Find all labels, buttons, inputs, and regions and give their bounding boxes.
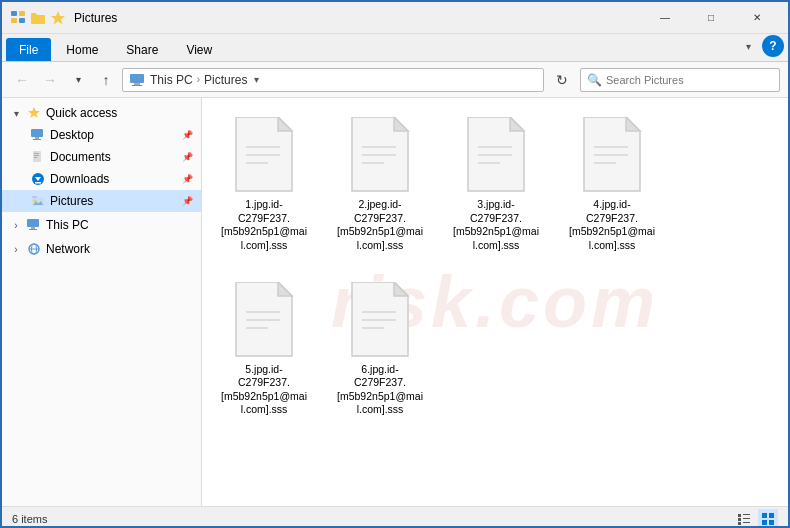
maximize-button[interactable]: □	[688, 2, 734, 34]
back-button[interactable]: ←	[10, 68, 34, 92]
dropdown-button[interactable]: ▾	[66, 68, 90, 92]
svg-rect-62	[743, 518, 750, 519]
status-bar: 6 items	[2, 506, 788, 528]
svg-rect-5	[130, 74, 144, 83]
sidebar-item-downloads[interactable]: Downloads 📌	[2, 168, 201, 190]
network-section: › Network	[2, 238, 201, 260]
quick-access-icon	[10, 10, 26, 26]
path-this-pc[interactable]: This PC	[150, 73, 193, 87]
file-name-5: 5.jpg.id-C279F237.[m5b92n5p1@mail.com].s…	[220, 363, 308, 418]
path-pictures[interactable]: Pictures	[204, 73, 247, 87]
file-name-1: 1.jpg.id-C279F237.[m5b92n5p1@mail.com].s…	[220, 198, 308, 253]
toggle-network: ›	[10, 244, 22, 255]
svg-marker-4	[51, 11, 65, 25]
sidebar-network-label: Network	[46, 242, 193, 256]
this-pc-sidebar-icon	[26, 217, 42, 233]
minimize-button[interactable]: —	[642, 2, 688, 34]
pin-icon-downloads: 📌	[182, 174, 193, 184]
svg-rect-12	[33, 151, 41, 162]
file-svg-icon	[580, 117, 644, 195]
file-icon	[229, 281, 299, 361]
this-pc-icon	[129, 72, 145, 88]
pin-icon-desktop: 📌	[182, 130, 193, 140]
refresh-button[interactable]: ↻	[548, 66, 576, 94]
svg-marker-35	[394, 117, 408, 131]
sidebar-item-pictures[interactable]: Pictures 📌	[2, 190, 201, 212]
svg-marker-8	[28, 107, 40, 118]
file-item-2[interactable]: 2.jpeg.id-C279F237.[m5b92n5p1@mail.com].…	[330, 110, 430, 259]
file-item-5[interactable]: 5.jpg.id-C279F237.[m5b92n5p1@mail.com].s…	[214, 275, 314, 424]
svg-rect-64	[743, 522, 750, 523]
svg-rect-60	[743, 514, 750, 515]
svg-rect-18	[35, 182, 41, 184]
file-item-6[interactable]: 6.jpg.id-C279F237.[m5b92n5p1@mail.com].s…	[330, 275, 430, 424]
pin-icon-pictures: 📌	[182, 196, 193, 206]
this-pc-section: › This PC	[2, 214, 201, 236]
quick-access-section: ▾ Quick access Desktop	[2, 102, 201, 212]
sidebar-item-documents[interactable]: Documents 📌	[2, 146, 201, 168]
close-button[interactable]: ✕	[734, 2, 780, 34]
svg-rect-2	[11, 18, 17, 23]
file-name-4: 4.jpg.id-C279F237.[m5b92n5p1@mail.com].s…	[568, 198, 656, 253]
svg-marker-45	[626, 117, 640, 131]
file-item-1[interactable]: 1.jpg.id-C279F237.[m5b92n5p1@mail.com].s…	[214, 110, 314, 259]
sidebar-pictures-label: Pictures	[50, 194, 176, 208]
network-icon	[26, 241, 42, 257]
file-item-3[interactable]: 3.jpg.id-C279F237.[m5b92n5p1@mail.com].s…	[446, 110, 546, 259]
path-parts: This PC › Pictures	[129, 72, 247, 88]
file-svg-icon	[232, 117, 296, 195]
svg-rect-1	[19, 11, 25, 16]
list-view-icon	[737, 512, 751, 526]
svg-marker-40	[510, 117, 524, 131]
sidebar-documents-label: Documents	[50, 150, 176, 164]
file-item-4[interactable]: 4.jpg.id-C279F237.[m5b92n5p1@mail.com].s…	[562, 110, 662, 259]
sidebar-desktop-label: Desktop	[50, 128, 176, 142]
svg-marker-30	[278, 117, 292, 131]
tiles-view-icon	[761, 512, 775, 526]
file-svg-icon	[232, 282, 296, 360]
tiles-view-button[interactable]	[758, 509, 778, 529]
svg-rect-59	[738, 514, 741, 517]
svg-rect-23	[27, 219, 39, 227]
downloads-icon	[30, 171, 46, 187]
help-button[interactable]: ?	[762, 35, 784, 57]
list-view-button[interactable]	[734, 509, 754, 529]
tab-home[interactable]: Home	[53, 38, 111, 61]
content-area: risk.com 1.jpg.id-C279F237.[m5b92n5p1@ma…	[202, 98, 788, 506]
svg-rect-14	[34, 155, 39, 156]
sidebar-item-this-pc[interactable]: › This PC	[2, 214, 201, 236]
svg-marker-50	[278, 282, 292, 296]
file-icon	[461, 116, 531, 196]
quick-access-label: Quick access	[46, 106, 193, 120]
desktop-icon	[30, 127, 46, 143]
ribbon-right: ▾ ?	[738, 35, 784, 61]
search-input[interactable]	[606, 74, 773, 86]
pictures-icon	[30, 193, 46, 209]
address-bar: ← → ▾ ↑ This PC › Pictures ▾ ↻ 🔍	[2, 62, 788, 98]
up-button[interactable]: ↑	[94, 68, 118, 92]
file-svg-icon	[348, 282, 412, 360]
svg-rect-67	[762, 520, 767, 525]
svg-rect-9	[31, 129, 43, 137]
ribbon-tabs: File Home Share View ▾ ?	[2, 34, 788, 62]
sidebar-item-quick-access[interactable]: ▾ Quick access	[2, 102, 201, 124]
file-name-3: 3.jpg.id-C279F237.[m5b92n5p1@mail.com].s…	[452, 198, 540, 253]
svg-rect-61	[738, 518, 741, 521]
toggle-quick-access: ▾	[10, 108, 22, 119]
star-icon	[50, 10, 66, 26]
tab-view[interactable]: View	[173, 38, 225, 61]
file-icon	[577, 116, 647, 196]
svg-rect-66	[769, 513, 774, 518]
window-controls: — □ ✕	[642, 2, 780, 34]
file-svg-icon	[348, 117, 412, 195]
sidebar-item-network[interactable]: › Network	[2, 238, 201, 260]
tab-file[interactable]: File	[6, 38, 51, 61]
svg-rect-13	[34, 153, 39, 154]
forward-button[interactable]: →	[38, 68, 62, 92]
status-bar-right	[734, 509, 778, 529]
tab-share[interactable]: Share	[113, 38, 171, 61]
address-dropdown-button[interactable]: ▾	[247, 68, 265, 92]
sidebar-item-desktop[interactable]: Desktop 📌	[2, 124, 201, 146]
ribbon-chevron-button[interactable]: ▾	[738, 36, 758, 56]
svg-rect-6	[134, 83, 140, 85]
